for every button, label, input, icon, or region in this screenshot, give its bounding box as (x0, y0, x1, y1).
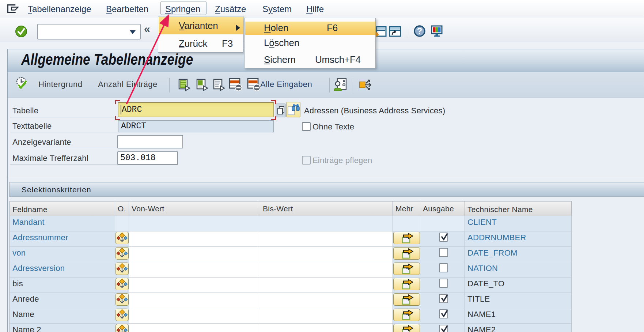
svg-text:?: ? (417, 26, 422, 36)
